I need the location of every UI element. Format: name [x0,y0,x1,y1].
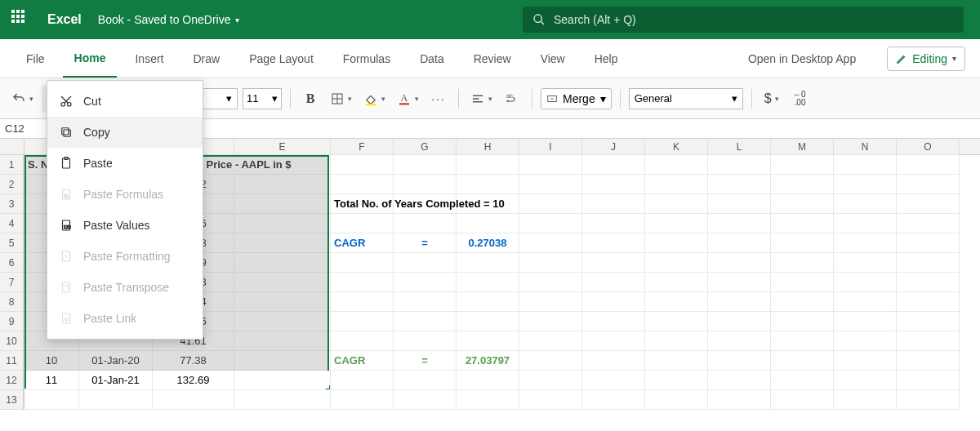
row-header[interactable]: 3 [0,194,24,214]
tab-help[interactable]: Help [583,39,630,78]
cell[interactable]: = [394,233,457,253]
row-header[interactable]: 6 [0,253,24,273]
cell[interactable] [582,390,645,410]
cell[interactable] [331,214,394,233]
tab-insert[interactable]: Insert [123,39,175,78]
cell[interactable] [771,351,834,371]
cell[interactable] [582,155,645,175]
cell[interactable] [708,351,771,371]
row-header[interactable]: 7 [0,273,24,292]
decrease-decimal-button[interactable]: ←0 .00 [788,86,811,112]
cell[interactable] [331,175,394,194]
cell[interactable] [582,351,645,371]
number-format-select[interactable]: General ▾ [629,88,743,109]
cell[interactable] [771,312,834,331]
cell[interactable] [897,312,960,331]
cell[interactable] [582,331,645,351]
cell[interactable] [834,233,897,253]
cell[interactable] [771,253,834,273]
app-launcher-icon[interactable] [11,10,31,29]
cell[interactable] [771,292,834,312]
cell[interactable] [708,253,771,273]
cell[interactable] [519,312,582,331]
cell[interactable] [582,253,645,273]
cell[interactable] [834,371,897,390]
cell[interactable] [331,312,394,331]
cell[interactable] [645,175,708,194]
cell[interactable] [331,390,394,410]
cell[interactable] [394,175,457,194]
cell[interactable] [645,253,708,273]
cell[interactable] [771,331,834,351]
row-header[interactable]: 5 [0,233,24,253]
cell[interactable] [24,390,79,410]
cell[interactable] [645,233,708,253]
cell[interactable] [708,175,771,194]
cell[interactable] [645,273,708,292]
cell[interactable] [457,292,519,312]
cell[interactable] [897,233,960,253]
cell[interactable] [897,273,960,292]
cell[interactable] [708,273,771,292]
cell[interactable] [645,371,708,390]
borders-button[interactable]: ▾ [327,86,355,112]
cell[interactable] [519,214,582,233]
cell[interactable] [708,331,771,351]
row-header[interactable]: 13 [0,390,24,410]
cell[interactable] [234,312,331,331]
menu-item-paste[interactable]: Paste [47,148,203,179]
cell[interactable]: 27.03797 [457,351,519,371]
cell[interactable] [519,390,582,410]
cell[interactable] [834,312,897,331]
cell[interactable] [708,390,771,410]
cell[interactable] [234,253,331,273]
name-box[interactable]: C12 [0,122,39,135]
cell[interactable] [645,194,708,214]
cell[interactable] [645,351,708,371]
cell[interactable] [457,253,519,273]
cell[interactable] [234,194,331,214]
cell[interactable] [519,155,582,175]
cell[interactable] [394,292,457,312]
cell[interactable] [394,331,457,351]
cell[interactable] [708,292,771,312]
cell[interactable]: 11 [24,371,79,390]
cell[interactable] [834,194,897,214]
cell[interactable] [331,331,394,351]
cell[interactable] [234,331,331,351]
cell[interactable] [897,331,960,351]
cell[interactable] [645,390,708,410]
align-button[interactable]: ▾ [467,86,496,112]
cell[interactable] [897,371,960,390]
cell[interactable] [582,194,645,214]
cell[interactable] [708,155,771,175]
cell[interactable] [457,390,519,410]
cell[interactable] [394,253,457,273]
cell[interactable] [771,273,834,292]
cell[interactable] [834,292,897,312]
select-all-corner[interactable] [0,139,24,155]
cell[interactable] [519,175,582,194]
cell[interactable] [834,351,897,371]
cell[interactable] [771,155,834,175]
column-header[interactable]: M [771,139,834,155]
cell[interactable] [645,155,708,175]
row-header[interactable]: 1 [0,155,24,175]
column-header[interactable]: N [834,139,897,155]
merge-button[interactable]: Merge ▾ [541,88,612,109]
cell[interactable] [394,390,457,410]
cell[interactable] [897,351,960,371]
cell[interactable] [582,214,645,233]
cell[interactable] [234,292,331,312]
tab-data[interactable]: Data [408,39,456,78]
row-header[interactable]: 4 [0,214,24,233]
row-header[interactable]: 9 [0,312,24,331]
cell[interactable] [771,371,834,390]
cell[interactable] [394,194,457,214]
cell[interactable] [897,155,960,175]
cell[interactable] [834,175,897,194]
cell[interactable] [582,273,645,292]
cell[interactable] [331,273,394,292]
cell[interactable] [897,390,960,410]
cell[interactable] [834,273,897,292]
